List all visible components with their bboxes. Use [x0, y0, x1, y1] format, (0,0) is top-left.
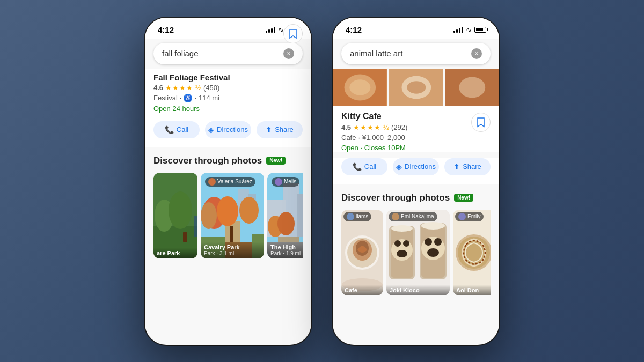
top-partial-name: Fall Foliage Festival 4.6 ★★★★½ (450) Fe…	[153, 73, 230, 119]
category-left: Festival	[153, 94, 178, 102]
bookmark-button-left[interactable]	[283, 24, 303, 43]
directions-button-right[interactable]: ◈ Directions	[393, 158, 439, 175]
user-tag-right-1: liams	[343, 212, 371, 221]
share-button-right[interactable]: ⬆ Share	[444, 158, 491, 175]
call-button-right[interactable]: 📞 Call	[341, 158, 387, 175]
search-query-left[interactable]: fall foliage	[162, 49, 283, 58]
photo-card-right-1[interactable]: liams Cafe	[341, 210, 383, 295]
status-icons-right: ∿	[453, 26, 486, 34]
action-buttons-left: 📞 Call ◈ Directions ⬆ Share	[145, 121, 311, 147]
category-right: Cafe	[341, 134, 356, 142]
wifi-icon-right: ∿	[466, 26, 472, 34]
svg-point-13	[217, 196, 238, 226]
search-clear-left[interactable]: ×	[283, 48, 294, 59]
svg-point-56	[421, 222, 445, 230]
search-bar-right[interactable]: animal latte art ×	[341, 43, 491, 64]
photo-image-right-2	[386, 210, 450, 295]
place-name-right: Kitty Cafe	[341, 112, 491, 121]
call-button-left[interactable]: 📞 Call	[153, 121, 200, 138]
photo-caption-left-3: The High Park · 1.9 mi	[267, 242, 303, 258]
share-label-right: Share	[463, 162, 481, 171]
user-avatar-right-3	[458, 213, 466, 220]
open-status-right: Open · Closes 10PM	[341, 144, 491, 152]
svg-point-3	[169, 191, 192, 229]
accessible-icon: ♿	[184, 94, 192, 102]
rating-row-left: 4.6 ★★★★½ (450)	[153, 84, 230, 92]
directions-label-right: Directions	[405, 162, 436, 171]
bookmark-button-right[interactable]	[471, 113, 491, 132]
photo-image-right-3	[453, 210, 491, 295]
user-name-right-2: Emi Nakajima	[401, 213, 434, 219]
discover-section-left: Discover through photos New!	[145, 147, 311, 263]
photo-caption-right-2: Joki Kioco	[386, 285, 450, 295]
signal-icon	[266, 26, 275, 33]
rating-number-right: 4.5	[341, 123, 351, 131]
open-status-left: Open 24 hours	[153, 105, 230, 113]
photo-card-left-2[interactable]: Valeria Suárez Cavalry Park Park · 3.1 m…	[201, 173, 264, 258]
svg-point-46	[394, 240, 401, 247]
directions-button-left[interactable]: ◈ Directions	[205, 121, 251, 138]
share-icon-right: ⬆	[453, 162, 460, 171]
photo-caption-left-1: are Park	[153, 248, 197, 258]
photo-caption-right-3: Aoi Don	[453, 285, 491, 295]
user-name-left-3: Melis	[284, 179, 296, 184]
directions-icon-left: ◈	[208, 125, 214, 134]
photo-image-right-1	[341, 210, 383, 295]
dot-sep: ·	[180, 94, 182, 102]
discover-title-right: Discover through photos	[341, 193, 450, 203]
right-phone: 4:12 ∿ animal latte art ×	[333, 18, 499, 345]
call-icon-left: 📞	[165, 125, 174, 134]
battery-icon-right	[474, 27, 486, 33]
bookmark-icon-left	[289, 28, 297, 39]
dot-sep2: ·	[194, 94, 196, 102]
price-right: ¥1,000–2,000	[362, 134, 405, 142]
share-button-left[interactable]: ⬆ Share	[257, 121, 303, 138]
svg-point-55	[391, 225, 413, 232]
svg-point-24	[277, 212, 295, 235]
search-bar-left[interactable]: fall foliage ×	[153, 43, 303, 64]
svg-point-32	[407, 81, 426, 93]
rating-count-left: (450)	[203, 84, 219, 92]
rating-row-right: 4.5 ★★★★½ (292)	[341, 123, 491, 131]
stars-left: ★★★★	[165, 84, 193, 92]
svg-rect-5	[194, 216, 197, 237]
call-label-right: Call	[364, 162, 376, 171]
call-label-left: Call	[177, 125, 188, 134]
user-avatar-left-3	[275, 178, 282, 186]
distance-left: 114 mi	[199, 94, 219, 102]
search-clear-right[interactable]: ×	[471, 48, 482, 59]
top-image-2	[389, 69, 443, 106]
svg-point-12	[201, 202, 217, 229]
photo-card-left-1[interactable]: are Park	[153, 173, 197, 258]
user-tag-right-3: Emily	[455, 212, 484, 221]
signal-icon-right	[453, 26, 463, 33]
discover-title-left: Discover through photos	[153, 156, 262, 166]
svg-rect-21	[297, 194, 303, 237]
new-badge-right: New!	[454, 194, 473, 202]
bookmark-icon-right	[477, 117, 485, 128]
directions-label-left: Directions	[217, 125, 248, 134]
rating-number-left: 4.6	[153, 84, 163, 92]
status-time-right: 4:12	[346, 25, 362, 34]
stars-right: ★★★★	[353, 123, 381, 131]
user-avatar-right-2	[392, 213, 399, 220]
park-svg	[153, 173, 197, 258]
svg-point-54	[427, 248, 439, 257]
top-image-1	[333, 69, 387, 106]
action-buttons-right: 📞 Call ◈ Directions ⬆ Share	[333, 158, 499, 184]
partial-place-name: Fall Foliage Festival	[153, 73, 230, 82]
photo-card-left-3[interactable]: Melis The High Park · 1.9 mi	[267, 173, 303, 258]
photo-caption-left-2: Cavalry Park Park · 3.1 mi	[201, 242, 264, 258]
user-tag-right-2: Emi Nakajima	[389, 212, 437, 221]
photo-grid-right: liams Cafe	[341, 210, 491, 295]
photo-card-right-3[interactable]: Emily Aoi Don	[453, 210, 491, 295]
svg-point-53	[434, 238, 442, 246]
svg-point-47	[403, 240, 409, 247]
photo-card-right-2[interactable]: Emi Nakajima Joki Kioco	[386, 210, 450, 295]
kitty-cafe-card: Kitty Cafe 4.5 ★★★★½ (292) Cafe · ¥1,000…	[333, 106, 499, 152]
call-icon-right: 📞	[353, 162, 362, 171]
user-name-right-3: Emily	[467, 213, 480, 219]
status-bar-right: 4:12 ∿	[333, 18, 499, 39]
photo-grid-left: are Park	[153, 173, 303, 258]
search-query-right[interactable]: animal latte art	[350, 49, 471, 58]
